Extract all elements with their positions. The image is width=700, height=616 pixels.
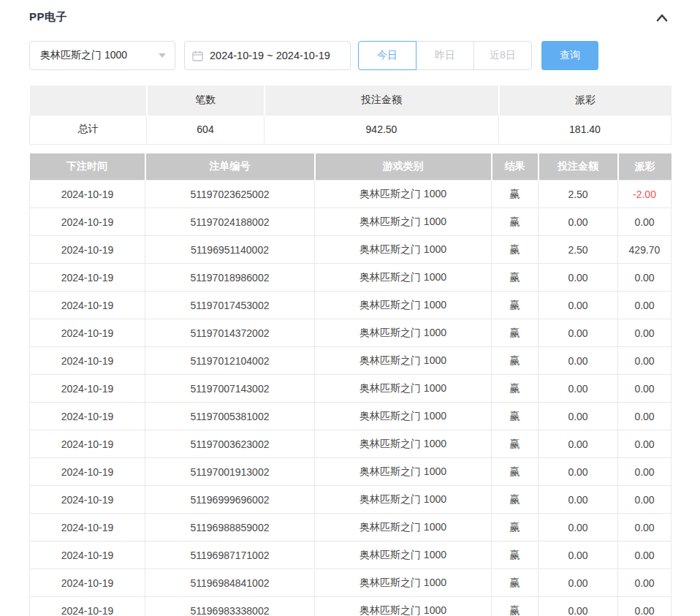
result-cell: 赢 xyxy=(492,347,539,375)
calendar-icon xyxy=(192,50,203,61)
payout-cell: 0.00 xyxy=(618,458,672,486)
bet-id-cell: 51197023625002 xyxy=(145,180,315,208)
quick-range-button[interactable]: 近8日 xyxy=(473,41,532,70)
bet-time-cell: 2024-10-19 xyxy=(30,541,145,569)
payout-cell: -2.00 xyxy=(618,180,672,208)
bet-time-cell: 2024-10-19 xyxy=(30,319,145,347)
records-column-header: 派彩 xyxy=(618,153,672,180)
summary-column-header xyxy=(30,85,147,115)
bet-id-cell: 51197017453002 xyxy=(145,292,315,319)
bet-id-cell: 51196999696002 xyxy=(145,486,315,514)
table-row: 2024-10-1951197003623002奥林匹斯之门 1000赢0.00… xyxy=(30,430,672,458)
game-type-cell: 奥林匹斯之门 1000 xyxy=(315,208,492,236)
bet-time-cell: 2024-10-19 xyxy=(30,264,145,292)
bet-amount-cell: 0.00 xyxy=(539,514,618,541)
bet-id-cell: 51196951140002 xyxy=(145,236,315,264)
date-range-value: 2024-10-19 ~ 2024-10-19 xyxy=(210,50,330,61)
bet-amount-cell: 0.00 xyxy=(539,430,618,458)
panel-title-row: PP电子 xyxy=(29,10,671,24)
table-row: 2024-10-1951196951140002奥林匹斯之门 1000赢2.50… xyxy=(30,236,672,264)
result-cell: 赢 xyxy=(492,319,539,347)
quick-range-button[interactable]: 今日 xyxy=(358,41,416,70)
bet-time-cell: 2024-10-19 xyxy=(30,208,145,236)
payout-cell: 0.00 xyxy=(618,430,672,458)
bet-time-cell: 2024-10-19 xyxy=(30,180,145,208)
bet-id-cell: 51197001913002 xyxy=(145,458,315,486)
collapse-panel-button[interactable] xyxy=(653,11,671,24)
payout-cell: 0.00 xyxy=(618,319,672,347)
bet-id-cell: 51196987171002 xyxy=(145,541,315,569)
bet-amount-cell: 0.00 xyxy=(539,208,618,236)
records-body: 2024-10-1951197023625002奥林匹斯之门 1000赢2.50… xyxy=(30,180,672,616)
table-row: 2024-10-1951197018986002奥林匹斯之门 1000赢0.00… xyxy=(30,264,672,292)
result-cell: 赢 xyxy=(492,458,539,486)
summary-count-value: 604 xyxy=(147,115,265,144)
bet-time-cell: 2024-10-19 xyxy=(30,292,145,319)
bet-id-cell: 51197024188002 xyxy=(145,208,315,236)
bet-time-cell: 2024-10-19 xyxy=(30,375,145,403)
summary-bet-amount-value: 942.50 xyxy=(265,115,499,144)
result-cell: 赢 xyxy=(492,597,539,616)
game-type-cell: 奥林匹斯之门 1000 xyxy=(315,264,492,292)
table-row: 2024-10-1951196983338002奥林匹斯之门 1000赢0.00… xyxy=(30,597,672,616)
table-row: 2024-10-1951196987171002奥林匹斯之门 1000赢0.00… xyxy=(30,541,672,569)
game-select[interactable]: 奥林匹斯之门 1000 xyxy=(29,41,175,70)
bet-amount-cell: 2.50 xyxy=(539,236,618,264)
bet-id-cell: 51197014372002 xyxy=(145,319,315,347)
bet-id-cell: 51196984841002 xyxy=(145,569,315,597)
game-type-cell: 奥林匹斯之门 1000 xyxy=(315,236,492,264)
bet-amount-cell: 0.00 xyxy=(539,569,618,597)
table-row: 2024-10-1951197017453002奥林匹斯之门 1000赢0.00… xyxy=(30,292,672,319)
bet-time-cell: 2024-10-19 xyxy=(30,347,145,375)
result-cell: 赢 xyxy=(492,292,539,319)
bet-amount-cell: 0.00 xyxy=(539,292,618,319)
game-type-cell: 奥林匹斯之门 1000 xyxy=(315,319,492,347)
game-type-cell: 奥林匹斯之门 1000 xyxy=(315,292,492,319)
records-header-row: 下注时间注单编号游戏类别结果投注金额派彩 xyxy=(30,153,672,180)
bet-amount-cell: 0.00 xyxy=(539,264,618,292)
result-cell: 赢 xyxy=(492,430,539,458)
bet-amount-cell: 2.50 xyxy=(539,180,618,208)
result-cell: 赢 xyxy=(492,486,539,514)
table-row: 2024-10-1951197001913002奥林匹斯之门 1000赢0.00… xyxy=(30,458,672,486)
bet-amount-cell: 0.00 xyxy=(539,319,618,347)
summary-header-row: 笔数投注金额派彩 xyxy=(30,85,672,115)
search-button[interactable]: 查询 xyxy=(541,41,598,70)
bet-time-cell: 2024-10-19 xyxy=(30,403,145,430)
table-row: 2024-10-1951197005381002奥林匹斯之门 1000赢0.00… xyxy=(30,403,672,430)
payout-cell: 0.00 xyxy=(618,403,672,430)
payout-cell: 0.00 xyxy=(618,292,672,319)
game-type-cell: 奥林匹斯之门 1000 xyxy=(315,597,492,616)
game-type-cell: 奥林匹斯之门 1000 xyxy=(315,458,492,486)
game-type-cell: 奥林匹斯之门 1000 xyxy=(315,486,492,514)
game-select-value: 奥林匹斯之门 1000 xyxy=(40,49,127,62)
bet-time-cell: 2024-10-19 xyxy=(30,486,145,514)
summary-total-row: 总计 604 942.50 181.40 xyxy=(30,115,672,144)
payout-cell: 0.00 xyxy=(618,375,672,403)
bet-id-cell: 51197005381002 xyxy=(145,403,315,430)
summary-table: 笔数投注金额派彩 总计 604 942.50 181.40 xyxy=(29,85,672,145)
payout-cell: 429.70 xyxy=(618,236,672,264)
bet-amount-cell: 0.00 xyxy=(539,403,618,430)
payout-cell: 0.00 xyxy=(618,486,672,514)
quick-range-group: 今日昨日近8日 xyxy=(358,41,532,70)
bet-amount-cell: 0.00 xyxy=(539,597,618,616)
payout-cell: 0.00 xyxy=(618,597,672,616)
quick-range-button[interactable]: 昨日 xyxy=(416,41,474,70)
bet-time-cell: 2024-10-19 xyxy=(30,597,145,616)
date-range-input[interactable]: 2024-10-19 ~ 2024-10-19 xyxy=(184,41,351,70)
bet-time-cell: 2024-10-19 xyxy=(30,458,145,486)
bet-amount-cell: 0.00 xyxy=(539,486,618,514)
records-column-header: 下注时间 xyxy=(30,153,145,180)
result-cell: 赢 xyxy=(492,569,539,597)
bet-amount-cell: 0.00 xyxy=(539,458,618,486)
chevron-down-icon xyxy=(159,53,166,58)
payout-cell: 0.00 xyxy=(618,514,672,541)
payout-cell: 0.00 xyxy=(618,347,672,375)
result-cell: 赢 xyxy=(492,514,539,541)
result-cell: 赢 xyxy=(492,403,539,430)
result-cell: 赢 xyxy=(492,208,539,236)
bet-id-cell: 51196988859002 xyxy=(145,514,315,541)
result-cell: 赢 xyxy=(492,180,539,208)
game-type-cell: 奥林匹斯之门 1000 xyxy=(315,403,492,430)
